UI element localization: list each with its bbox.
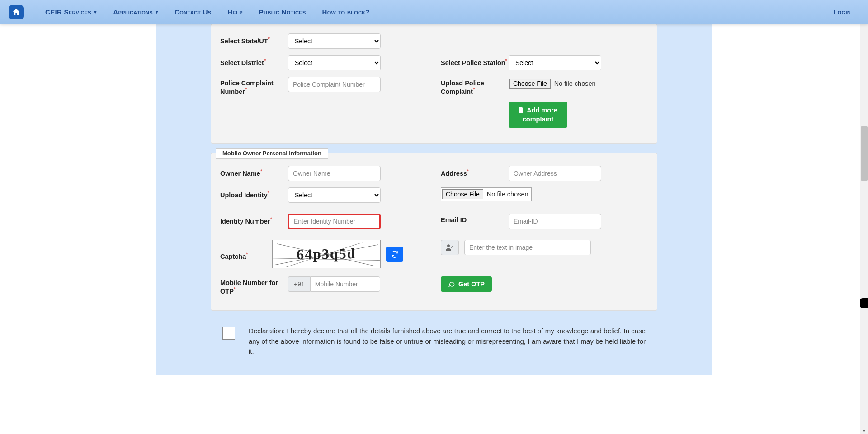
owner-card-title: Mobile Owner Personal Information bbox=[216, 148, 328, 159]
main-navbar: CEIR Services▾ Applications▾ Contact Us … bbox=[0, 0, 868, 24]
police-station-select[interactable]: Select bbox=[509, 55, 601, 70]
svg-point-4 bbox=[447, 245, 450, 247]
side-tab[interactable] bbox=[860, 298, 868, 308]
owner-name-label: Owner Name* bbox=[220, 166, 288, 177]
person-check-icon bbox=[441, 240, 459, 255]
scrollbar[interactable]: ▴ ▾ bbox=[860, 0, 868, 375]
document-icon bbox=[519, 107, 524, 113]
nav-how-to-block[interactable]: How to block? bbox=[314, 8, 378, 16]
complaint-num-label: Police Complaint Number* bbox=[220, 77, 288, 95]
upload-complaint-label: Upload Police Complaint* bbox=[441, 77, 509, 95]
police-station-label: Select Police Station* bbox=[441, 55, 509, 66]
add-more-complaint-button[interactable]: Add more complaint bbox=[509, 102, 567, 128]
nav-help[interactable]: Help bbox=[219, 8, 250, 16]
captcha-image: 64p3q5d bbox=[272, 240, 381, 268]
captcha-label: Captcha* bbox=[220, 249, 272, 260]
upload-identity-label: Upload Identity* bbox=[220, 187, 288, 199]
complaint-num-input[interactable] bbox=[288, 77, 381, 92]
chevron-down-icon: ▾ bbox=[94, 9, 97, 15]
district-label: Select District* bbox=[220, 55, 288, 66]
nav-ceir-services[interactable]: CEIR Services▾ bbox=[37, 8, 105, 16]
refresh-icon bbox=[391, 251, 398, 258]
nav-public-notices[interactable]: Public Notices bbox=[251, 8, 314, 16]
chevron-down-icon: ▾ bbox=[156, 9, 158, 15]
get-otp-button[interactable]: Get OTP bbox=[441, 276, 492, 292]
home-icon[interactable] bbox=[9, 5, 24, 19]
email-input[interactable] bbox=[509, 214, 601, 229]
scrollbar-thumb[interactable] bbox=[861, 126, 868, 181]
file-status-text: No file chosen bbox=[552, 80, 599, 87]
upload-complaint-file[interactable]: Choose File No file chosen bbox=[509, 77, 599, 90]
declaration-checkbox[interactable] bbox=[222, 327, 235, 340]
country-code-prefix: +91 bbox=[288, 276, 310, 292]
file-status-text: No file chosen bbox=[484, 191, 531, 198]
nav-login[interactable]: Login bbox=[825, 8, 859, 16]
owner-name-input[interactable] bbox=[288, 166, 381, 181]
address-input[interactable] bbox=[509, 166, 601, 181]
identity-type-select[interactable]: Select bbox=[288, 187, 381, 203]
identity-number-label: Identity Number* bbox=[220, 214, 288, 225]
declaration-text: Declaration: I hereby declare that all t… bbox=[249, 326, 646, 357]
upload-identity-file[interactable]: Choose File No file chosen bbox=[441, 187, 532, 201]
declaration-row: Declaration: I hereby declare that all t… bbox=[211, 320, 657, 357]
email-label: Email ID bbox=[441, 214, 509, 224]
address-label: Address* bbox=[441, 166, 509, 177]
choose-file-button[interactable]: Choose File bbox=[442, 189, 483, 199]
owner-info-card: Mobile Owner Personal Information Owner … bbox=[211, 153, 657, 311]
nav-applications[interactable]: Applications▾ bbox=[105, 8, 166, 16]
choose-file-button[interactable]: Choose File bbox=[509, 79, 551, 89]
mobile-number-input[interactable] bbox=[310, 276, 380, 292]
mobile-otp-label: Mobile Number for OTP* bbox=[220, 276, 288, 295]
district-select[interactable]: Select bbox=[288, 55, 381, 70]
chat-icon bbox=[448, 281, 455, 287]
refresh-captcha-button[interactable] bbox=[386, 247, 403, 262]
state-label: Select State/UT* bbox=[220, 33, 288, 45]
captcha-input[interactable] bbox=[464, 240, 591, 255]
state-select[interactable]: Select bbox=[288, 33, 381, 49]
police-info-card: Select State/UT* Select Select District*… bbox=[211, 24, 657, 144]
identity-number-input[interactable] bbox=[288, 214, 381, 229]
nav-contact-us[interactable]: Contact Us bbox=[166, 8, 219, 16]
